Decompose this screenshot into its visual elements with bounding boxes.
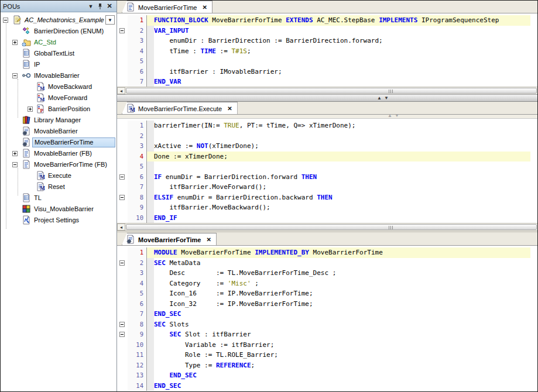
settings-icon — [22, 215, 33, 225]
line-number: 12 — [128, 360, 146, 371]
tree-item-movebackward[interactable]: MMoveBackward — [1, 81, 116, 92]
tree-item-project-settings[interactable]: Project Settings — [1, 215, 116, 226]
tree-item-label: AC_Std — [32, 38, 58, 47]
line-number: 6 — [128, 67, 146, 77]
tree-item-label: Visu_MovableBarrier — [32, 205, 95, 214]
code-line: 3 Desc := TL.MoveBarrierForTime_Desc ; — [117, 268, 530, 278]
expand-icon[interactable] — [12, 40, 18, 45]
folder-icon — [22, 37, 33, 47]
code-line: 6 itfBarrier : IMovableBarrier; — [117, 67, 530, 77]
line-number: 2 — [128, 258, 146, 269]
line-number: 8 — [128, 319, 146, 330]
tree-item-movablebarrier-fb-[interactable]: MovableBarrier (FB) — [1, 148, 116, 159]
splitter-collapse-arrows-icon[interactable]: ▲▼ — [377, 95, 391, 101]
fold-toggle-icon[interactable] — [119, 195, 125, 200]
module-doc-icon — [126, 235, 135, 244]
methoddoc-icon: M — [36, 182, 47, 191]
tab-close-icon[interactable]: ✕ — [227, 105, 232, 112]
code-editor[interactable]: 1barrierTimer(IN:= TRUE, PT:= tTime, Q=>… — [117, 119, 537, 223]
line-number: 4 — [128, 152, 146, 162]
svg-text:P: P — [40, 108, 44, 114]
code-line: 7END_VAR — [117, 77, 530, 87]
fold-toggle-icon[interactable] — [119, 332, 125, 337]
tree-item-visu-movablebarrier[interactable]: Visu_MovableBarrier — [1, 204, 116, 215]
tree-item-tl[interactable]: TL — [1, 192, 116, 204]
code-line: 14END_SEC — [117, 381, 530, 391]
tree-item-globaltextlist[interactable]: GlobalTextList — [1, 48, 116, 59]
code-line: 9 itfBarrier.MoveBackward(); — [117, 202, 530, 213]
line-number: 6 — [128, 299, 146, 310]
fold-toggle-icon[interactable] — [119, 322, 125, 327]
panel-title: POUs — [3, 3, 86, 10]
horizontal-scrollbar[interactable]: ◄ — [117, 87, 537, 94]
tree-item-label: GlobalTextList — [32, 49, 76, 58]
tree-item-movablebarrier[interactable]: MovableBarrier — [1, 126, 116, 137]
horizontal-scrollbar[interactable]: ◄ — [117, 223, 537, 231]
tree-item-moveforward[interactable]: MMoveForward — [1, 92, 116, 104]
tree-item-movebarrierfortime-fb-[interactable]: MoveBarrierForTime (FB) — [1, 159, 116, 170]
scroll-left-arrow-icon[interactable]: ◄ — [117, 223, 125, 231]
scrollbar-thumb[interactable] — [126, 88, 537, 94]
code-line: 4 tTime : TIME := T#1S; — [117, 46, 530, 57]
tab-movebarrierfortime-module[interactable]: MoveBarrierForTime ✕ — [122, 233, 217, 245]
tree-item-execute[interactable]: MExecute — [1, 170, 116, 181]
tab-close-icon[interactable]: ✕ — [206, 236, 211, 243]
module-icon — [22, 126, 33, 136]
textlist-icon — [22, 193, 33, 202]
code-editor[interactable]: 1MODULE MoveBarrierForTime IMPLEMENTED_B… — [117, 246, 537, 391]
code-editor[interactable]: 1FUNCTION_BLOCK MoveBarrierForTime EXTEN… — [117, 13, 537, 87]
tree-item-label: Project Settings — [32, 216, 81, 225]
code-line: 8ELSIF enumDir = BarrierDirection.backwa… — [117, 192, 530, 203]
tree-item-library-manager[interactable]: Library Manager — [1, 115, 116, 126]
tree-item-imovablebarrier[interactable]: IMovableBarrier — [1, 70, 116, 81]
code-line: 2 — [117, 131, 530, 142]
line-number: 13 — [128, 370, 146, 381]
scroll-left-arrow-icon[interactable]: ◄ — [117, 87, 125, 94]
line-number: 3 — [128, 36, 146, 46]
fold-toggle-icon[interactable] — [119, 260, 125, 266]
fold-toggle-icon[interactable] — [119, 174, 125, 180]
collapse-arrows-icon[interactable]: ▲▼ — [388, 113, 402, 118]
tree-item-movebarrierfortime[interactable]: MoveBarrierForTime — [1, 137, 116, 148]
declaration-collapse-splitter[interactable]: ▲▼ — [117, 115, 537, 119]
tree-item-ac-mechatronics-example[interactable]: AC_Mechatronics_Example▼ — [1, 15, 116, 26]
fb-icon — [22, 160, 33, 169]
tree-item-ac-std[interactable]: AC_Std — [1, 37, 116, 48]
collapse-icon[interactable] — [3, 18, 8, 23]
tab-movebarrierfortime-execute[interactable]: M MoveBarrierForTime.Execute ✕ — [122, 102, 238, 114]
collapse-icon[interactable] — [12, 73, 18, 78]
tree-item-ip[interactable]: IP — [1, 59, 116, 70]
collapse-icon[interactable] — [12, 162, 18, 167]
ide-window: POUs ▼ ✕ AC_Mechatronics_Example▼Barrier… — [0, 0, 538, 392]
tree-item-label: MovableBarrier — [32, 127, 80, 136]
method-icon: M — [36, 93, 47, 102]
tree-item-barrierposition[interactable]: PBarrierPosition — [1, 104, 116, 115]
expand-icon[interactable] — [12, 151, 18, 156]
panel-menu-dropdown-icon[interactable]: ▼ — [86, 2, 95, 11]
textlist-icon — [22, 49, 33, 58]
code-line: 11 Role := TL.ROLE_Barrier; — [117, 350, 530, 360]
code-line: 2VAR_INPUT — [117, 26, 530, 36]
expand-icon[interactable] — [28, 106, 33, 112]
pane-splitter[interactable]: ▲▼ — [117, 94, 537, 102]
tab-close-icon[interactable]: ✕ — [202, 4, 207, 11]
project-dropdown-icon[interactable]: ▼ — [105, 15, 115, 25]
line-number: 5 — [128, 288, 146, 299]
fold-toggle-icon[interactable] — [119, 28, 125, 33]
tree-item-label: MovableBarrier (FB) — [32, 149, 94, 158]
tree-item-barrierdirection-enum-[interactable]: BarrierDirection (ENUM) — [1, 26, 116, 37]
tab-movebarrierfortime-fb[interactable]: MoveBarrierForTime ✕ — [122, 1, 213, 13]
panel-close-icon[interactable]: ✕ — [105, 2, 114, 11]
svg-text:M: M — [40, 97, 45, 102]
line-number: 11 — [128, 350, 146, 360]
tree-item-label: Library Manager — [32, 116, 83, 125]
code-line: 6IF enumDir = BarrierDirection.forward T… — [117, 172, 530, 183]
code-line: 3 enumDir : BarrierDirection := BarrierD… — [117, 36, 530, 46]
scrollbar-thumb[interactable] — [126, 224, 537, 230]
pous-tree[interactable]: AC_Mechatronics_Example▼BarrierDirection… — [1, 12, 116, 391]
pin-icon[interactable] — [95, 2, 105, 11]
method-doc-icon: M — [126, 104, 135, 113]
module-icon — [22, 137, 33, 147]
tree-item-reset[interactable]: MReset — [1, 181, 116, 192]
line-number: 3 — [128, 268, 146, 278]
